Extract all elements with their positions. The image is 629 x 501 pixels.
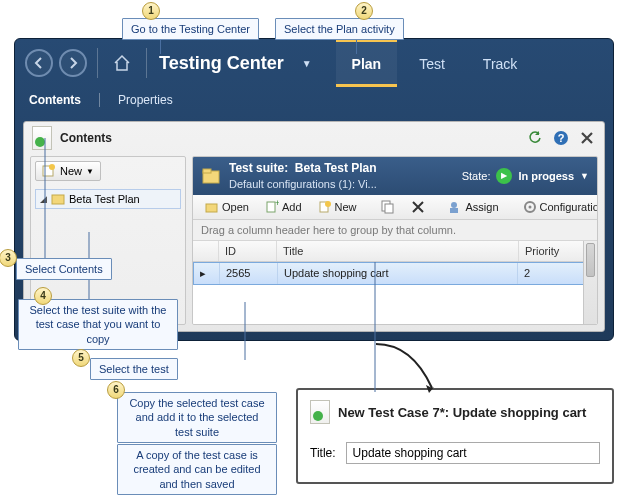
tab-track[interactable]: Track <box>467 39 533 87</box>
callout-2: Select the Plan activity <box>275 18 404 40</box>
grid: ID Title Priority ▸ 2565 Update shopping… <box>193 241 597 324</box>
svg-point-11 <box>325 201 331 207</box>
divider <box>99 93 100 107</box>
configurations-button[interactable]: Configurations <box>517 197 598 217</box>
home-button[interactable] <box>108 49 136 77</box>
add-button[interactable]: +Add <box>259 197 308 217</box>
copy-button[interactable] <box>375 197 401 217</box>
gear-icon <box>523 200 537 214</box>
svg-point-14 <box>451 202 457 208</box>
divider <box>146 48 147 78</box>
svg-text:+: + <box>275 200 279 208</box>
row-indicator: ▸ <box>194 263 220 284</box>
svg-rect-8 <box>267 202 275 212</box>
table-row[interactable]: ▸ 2565 Update shopping cart 2 <box>193 262 597 285</box>
add-label: Add <box>282 201 302 213</box>
new-button[interactable]: New <box>312 197 363 217</box>
app-title[interactable]: Testing Center <box>159 53 284 74</box>
step-badge-1: 1 <box>142 2 160 20</box>
callout-1: Go to the Testing Center <box>122 18 259 40</box>
app-title-dropdown-icon[interactable]: ▼ <box>302 58 312 69</box>
new-label: New <box>335 201 357 213</box>
help-icon[interactable]: ? <box>552 129 570 147</box>
svg-rect-6 <box>203 169 211 173</box>
titlebar: Testing Center ▼ Plan Test Track <box>15 39 613 87</box>
col-indicator[interactable] <box>193 241 219 261</box>
add-icon: + <box>265 200 279 214</box>
open-label: Open <box>222 201 249 213</box>
new-label: New <box>60 165 82 177</box>
back-button[interactable] <box>25 49 53 77</box>
grid-header: ID Title Priority <box>193 241 597 262</box>
step-badge-6: 6 <box>107 381 125 399</box>
suite-header: Test suite: Beta Test Plan Default confi… <box>193 157 597 195</box>
assign-label: Assign <box>466 201 499 213</box>
refresh-icon[interactable] <box>526 129 544 147</box>
toolbar: Open +Add New Assign Configurations <box>193 195 597 220</box>
delete-button[interactable] <box>405 197 431 217</box>
subtab-bar: Contents Properties <box>15 87 613 113</box>
suite-title-prefix: Test suite: <box>229 161 288 175</box>
cell-title: Update shopping cart <box>278 263 518 284</box>
new-test-case-panel: New Test Case 7*: Update shopping cart T… <box>296 388 614 484</box>
suite-pane: Test suite: Beta Test Plan Default confi… <box>192 156 598 325</box>
callout-6: Copy the selected test case and add it t… <box>117 392 277 443</box>
tab-test[interactable]: Test <box>403 39 461 87</box>
new-test-case-heading: New Test Case 7*: Update shopping cart <box>338 405 586 420</box>
svg-rect-13 <box>385 204 393 213</box>
step-badge-4: 4 <box>34 287 52 305</box>
panel-header: Contents ? <box>24 122 604 154</box>
col-title[interactable]: Title <box>277 241 519 261</box>
scrollbar-thumb[interactable] <box>586 243 595 277</box>
folder-icon <box>51 192 65 206</box>
svg-point-17 <box>528 205 531 208</box>
divider <box>97 48 98 78</box>
vertical-scrollbar[interactable] <box>583 241 597 324</box>
svg-text:?: ? <box>558 132 565 144</box>
callout-3: Select Contents <box>16 258 112 280</box>
callout-5: Select the test <box>90 358 178 380</box>
suite-title-name: Beta Test Plan <box>295 161 377 175</box>
new-icon <box>318 200 332 214</box>
title-input[interactable] <box>346 442 600 464</box>
svg-rect-15 <box>450 208 458 213</box>
configurations-label: Configurations <box>540 201 598 213</box>
state-value[interactable]: In progess <box>518 170 574 182</box>
delete-icon <box>411 200 425 214</box>
state-label: State: <box>462 170 491 182</box>
group-hint[interactable]: Drag a column header here to group by th… <box>193 220 597 241</box>
play-icon: ▶ <box>496 168 512 184</box>
assign-button[interactable]: Assign <box>443 197 505 217</box>
callout-note: A copy of the test case is created and c… <box>117 444 277 495</box>
test-case-icon <box>310 400 330 424</box>
tree-item-beta-test-plan[interactable]: ◢ Beta Test Plan <box>35 189 181 209</box>
panel-title: Contents <box>60 131 112 145</box>
svg-rect-4 <box>52 195 64 204</box>
copy-icon <box>381 200 395 214</box>
close-icon[interactable] <box>578 129 596 147</box>
open-icon <box>205 200 219 214</box>
col-id[interactable]: ID <box>219 241 277 261</box>
forward-button[interactable] <box>59 49 87 77</box>
chevron-down-icon[interactable]: ▼ <box>580 171 589 181</box>
tab-plan[interactable]: Plan <box>336 39 398 87</box>
folder-icon <box>201 166 221 186</box>
title-field-label: Title: <box>310 446 336 460</box>
open-button[interactable]: Open <box>199 197 255 217</box>
suite-subtitle: Default configurations (1): Vi... <box>229 177 454 191</box>
subtab-contents[interactable]: Contents <box>25 90 85 110</box>
step-badge-2: 2 <box>355 2 373 20</box>
callout-4: Select the test suite with the test case… <box>18 299 178 350</box>
cell-id: 2565 <box>220 263 278 284</box>
svg-rect-7 <box>206 204 217 212</box>
step-badge-5: 5 <box>72 349 90 367</box>
app-window: Testing Center ▼ Plan Test Track Content… <box>14 38 614 341</box>
assign-icon <box>449 200 463 214</box>
chevron-down-icon: ▼ <box>86 167 94 176</box>
arrow-to-newcase <box>372 340 452 398</box>
subtab-properties[interactable]: Properties <box>114 90 177 110</box>
tree-item-label: Beta Test Plan <box>69 193 140 205</box>
